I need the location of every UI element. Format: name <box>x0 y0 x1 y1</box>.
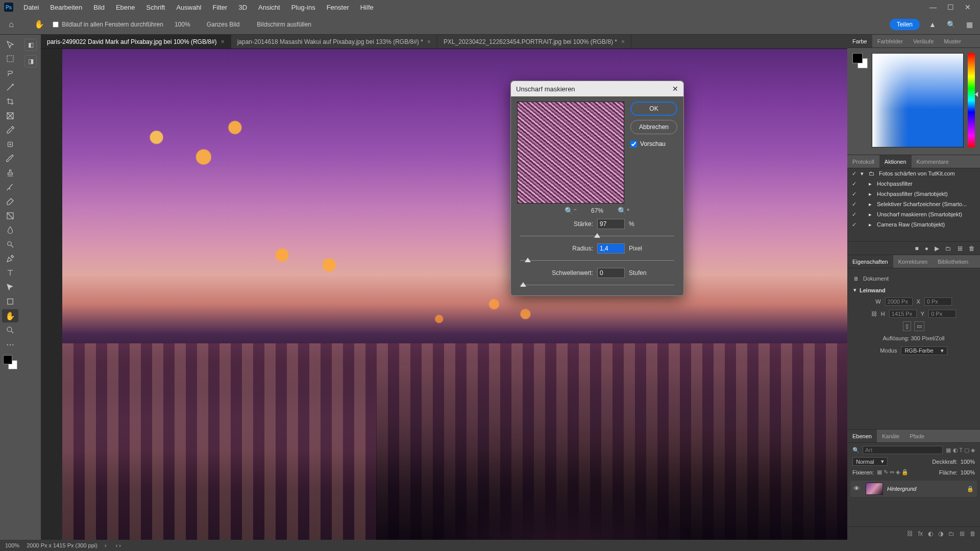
group-icon[interactable]: 🗀 <box>948 530 954 537</box>
maximize-button[interactable]: ☐ <box>946 3 954 11</box>
path-tool[interactable] <box>2 281 18 294</box>
scroll-all-checkbox-input[interactable] <box>53 21 59 28</box>
hue-handle[interactable] <box>975 92 978 97</box>
eyedropper-tool[interactable] <box>2 123 18 137</box>
color-mode-select[interactable]: RGB-Farbe▾ <box>901 346 947 355</box>
action-item[interactable]: ✓▸Hochpassfilter (Smartobjekt) <box>847 189 980 199</box>
tab-actions[interactable]: Aktionen <box>879 155 912 168</box>
share-button[interactable]: Teilen <box>890 19 920 30</box>
crop-tool[interactable] <box>2 95 18 108</box>
marquee-tool[interactable] <box>2 52 18 65</box>
heal-tool[interactable] <box>2 138 18 151</box>
collapsed-panel-1[interactable]: ◧ <box>24 39 37 51</box>
stamp-tool[interactable] <box>2 166 18 180</box>
menu-layer[interactable]: Ebene <box>111 2 140 13</box>
status-zoom[interactable]: 100% <box>5 542 19 548</box>
new-set-icon[interactable]: 🗀 <box>945 245 951 252</box>
document-tab-1[interactable]: paris-2499022 David Mark auf Pixabay.jpg… <box>41 35 231 48</box>
tab-layers[interactable]: Ebenen <box>847 430 877 442</box>
layer-name[interactable]: Hintergrund <box>887 486 963 492</box>
gradient-tool[interactable] <box>2 209 18 222</box>
shape-tool[interactable] <box>2 295 18 308</box>
tab-adjustments[interactable]: Korrekturen <box>893 255 933 268</box>
adjustment-icon[interactable]: ◑ <box>938 530 943 537</box>
frame-tool[interactable] <box>2 109 18 122</box>
amount-input[interactable] <box>597 219 625 229</box>
workspace-icon[interactable]: ▦ <box>964 19 975 30</box>
move-tool[interactable] <box>2 38 18 51</box>
action-item[interactable]: ✓▸Hochpassfilter <box>847 179 980 189</box>
tab-patterns[interactable]: Muster <box>939 35 966 47</box>
layer-filter-input[interactable] <box>863 446 943 454</box>
tab-paths[interactable]: Pfade <box>904 430 929 442</box>
action-item[interactable]: ✓▸Selektiver Scharfzeichner (Smarto... <box>847 199 980 209</box>
type-tool[interactable] <box>2 266 18 280</box>
link-icon[interactable]: ⛓ <box>871 311 877 317</box>
filter-icons[interactable]: ▦ ◐ T ▢ ◈ <box>946 447 975 454</box>
tab-properties[interactable]: Eigenschaften <box>847 255 893 268</box>
lock-icon[interactable]: 🔒 <box>967 486 974 492</box>
color-swatches[interactable] <box>3 355 17 369</box>
current-colors[interactable] <box>852 53 868 68</box>
delete-layer-icon[interactable]: 🗑 <box>970 530 976 537</box>
filter-preview[interactable] <box>517 102 624 204</box>
menu-window[interactable]: Fenster <box>322 2 354 13</box>
wand-tool[interactable] <box>2 81 18 94</box>
eraser-tool[interactable] <box>2 195 18 208</box>
action-set[interactable]: ✓▾🗀Fotos schärfen von TutKit.com <box>847 168 980 179</box>
dialog-titlebar[interactable]: Unscharf maskieren ✕ <box>511 81 683 96</box>
menu-filter[interactable]: Filter <box>208 2 233 13</box>
ok-button[interactable]: OK <box>630 102 677 116</box>
menu-type[interactable]: Schrift <box>141 2 170 13</box>
fx-icon[interactable]: fx <box>918 530 923 537</box>
radius-slider[interactable] <box>520 258 674 264</box>
home-icon[interactable]: ⌂ <box>5 18 17 31</box>
close-button[interactable]: ✕ <box>964 3 972 11</box>
visibility-icon[interactable]: 👁 <box>853 485 862 493</box>
search-icon[interactable]: 🔍 <box>945 19 957 30</box>
menu-edit[interactable]: Bearbeiten <box>45 2 87 13</box>
layer-row[interactable]: 👁 Hintergrund 🔒 <box>850 481 977 497</box>
dialog-close-icon[interactable]: ✕ <box>672 85 678 93</box>
close-tab-icon[interactable]: × <box>621 38 625 45</box>
lasso-tool[interactable] <box>2 66 18 80</box>
radius-input[interactable] <box>597 243 625 254</box>
fit-screen-button[interactable]: Ganzes Bild <box>202 19 245 30</box>
scroll-all-windows-checkbox[interactable]: Bildlauf in allen Fenstern durchführen <box>53 21 163 28</box>
fill-value[interactable]: 100% <box>961 469 975 475</box>
menu-help[interactable]: Hilfe <box>355 2 379 13</box>
color-field[interactable] <box>872 53 964 147</box>
canvas[interactable] <box>41 49 847 540</box>
link-layers-icon[interactable]: ⛓ <box>907 530 913 537</box>
hue-slider[interactable] <box>968 53 975 147</box>
fill-screen-button[interactable]: Bildschirm ausfüllen <box>252 19 316 30</box>
close-tab-icon[interactable]: × <box>427 38 431 45</box>
threshold-input[interactable] <box>597 268 625 278</box>
menu-select[interactable]: Auswahl <box>171 2 206 13</box>
zoom-out-icon[interactable]: 🔍⁻ <box>565 207 577 215</box>
mask-icon[interactable]: ◐ <box>928 530 933 537</box>
cancel-button[interactable]: Abbrechen <box>630 120 677 134</box>
tab-gradients[interactable]: Verläufe <box>908 35 939 47</box>
play-icon[interactable]: ▶ <box>935 245 939 252</box>
color-cursor[interactable] <box>944 133 949 138</box>
menu-plugins[interactable]: Plug-ins <box>286 2 321 13</box>
record-icon[interactable]: ● <box>925 245 928 252</box>
delete-icon[interactable]: 🗑 <box>969 245 975 252</box>
tab-channels[interactable]: Kanäle <box>877 430 904 442</box>
opacity-value[interactable]: 100% <box>961 459 975 465</box>
document-tab-3[interactable]: PXL_20230422_122623454.PORTRAIT.jpg bei … <box>437 35 631 48</box>
new-layer-icon[interactable]: ⊞ <box>960 530 965 537</box>
close-tab-icon[interactable]: × <box>221 38 225 45</box>
history-brush-tool[interactable] <box>2 181 18 194</box>
tab-history[interactable]: Protokoll <box>847 155 879 168</box>
brush-tool[interactable] <box>2 152 18 165</box>
blend-mode-select[interactable]: Normal▾ <box>852 457 888 466</box>
amount-slider[interactable] <box>520 233 674 239</box>
action-item[interactable]: ✓▸Camera Raw (Smartobjekt) <box>847 219 980 230</box>
action-item[interactable]: ✓▸Unscharf maskieren (Smartobjekt) <box>847 209 980 219</box>
collapsed-panel-2[interactable]: ◨ <box>24 55 37 67</box>
pen-tool[interactable] <box>2 252 18 265</box>
zoom-tool[interactable] <box>2 323 18 337</box>
menu-3d[interactable]: 3D <box>233 2 252 13</box>
